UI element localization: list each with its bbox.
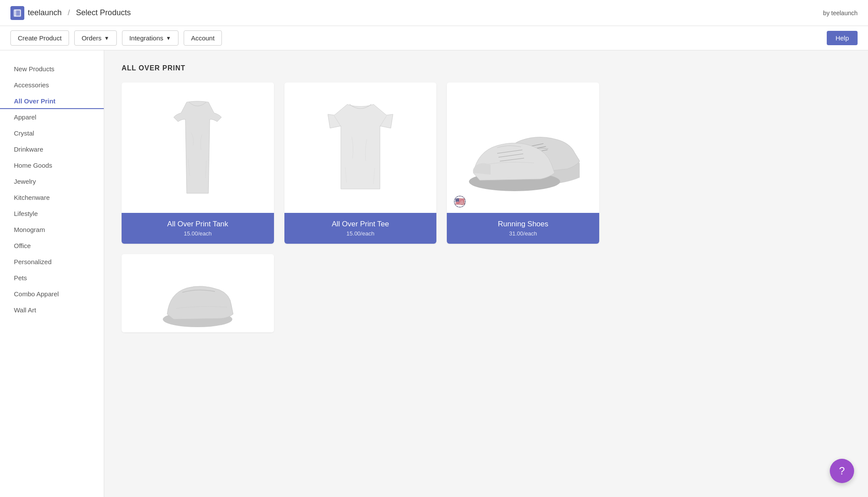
sidebar-item-accessories[interactable]: Accessories — [0, 77, 104, 93]
integrations-chevron-icon: ▼ — [166, 35, 171, 41]
help-nav-button[interactable]: Help — [827, 31, 858, 45]
logo-icon — [10, 6, 24, 20]
breadcrumb-separator: / — [68, 8, 70, 17]
product-grid: All Over Print Tank 15.00/each — [122, 83, 599, 332]
running-shoes-image — [467, 104, 580, 191]
sidebar-item-personalized[interactable]: Personalized — [0, 254, 104, 270]
orders-chevron-icon: ▼ — [104, 35, 109, 41]
help-fab-icon: ? — [839, 465, 845, 477]
product-info-shoes: Running Shoes 31.00/each — [447, 213, 599, 244]
product-name-shoes: Running Shoes — [454, 220, 592, 229]
sidebar-item-pets[interactable]: Pets — [0, 270, 104, 286]
sidebar-item-jewelry[interactable]: Jewelry — [0, 173, 104, 189]
product-card-shoes[interactable]: 🇺🇸 Running Shoes 31.00/each — [447, 83, 599, 244]
sidebar-item-new-products[interactable]: New Products — [0, 61, 104, 77]
product-image-tank — [122, 83, 274, 213]
product-image-shoes: 🇺🇸 — [447, 83, 599, 213]
sidebar-item-all-over-print[interactable]: All Over Print — [0, 93, 104, 109]
nav-bar: Create Product Orders ▼ Integrations ▼ A… — [0, 26, 868, 50]
page-title: Select Products — [76, 8, 131, 17]
sidebar-item-drinkware[interactable]: Drinkware — [0, 141, 104, 157]
sidebar-item-apparel[interactable]: Apparel — [0, 109, 104, 125]
sidebar-item-crystal[interactable]: Crystal — [0, 125, 104, 141]
product-image-tee — [284, 83, 437, 213]
product-name-tank: All Over Print Tank — [129, 220, 267, 229]
sidebar-item-combo-apparel[interactable]: Combo Apparel — [0, 286, 104, 302]
sidebar-item-home-goods[interactable]: Home Goods — [0, 157, 104, 173]
tee-shirt-image — [317, 98, 404, 198]
product-price-tank: 15.00/each — [129, 230, 267, 237]
header-left: teelaunch / Select Products — [10, 6, 131, 20]
product-card-tee[interactable]: All Over Print Tee 15.00/each — [284, 83, 437, 244]
by-label: by teelaunch — [823, 10, 858, 17]
sidebar-item-lifestyle[interactable]: Lifestyle — [0, 205, 104, 222]
content-area: ALL OVER PRINT — [104, 50, 868, 497]
usa-flag-badge: 🇺🇸 — [454, 195, 466, 208]
integrations-button[interactable]: Integrations ▼ — [122, 30, 178, 46]
product-info-tank: All Over Print Tank 15.00/each — [122, 213, 274, 244]
product-card-partial[interactable] — [122, 254, 274, 332]
main-layout: New Products Accessories All Over Print … — [0, 50, 868, 497]
product-card-tank[interactable]: All Over Print Tank 15.00/each — [122, 83, 274, 244]
orders-label: Orders — [82, 34, 102, 42]
help-fab-button[interactable]: ? — [830, 459, 854, 483]
product-price-shoes: 31.00/each — [454, 230, 592, 237]
orders-button[interactable]: Orders ▼ — [74, 30, 117, 46]
partial-shoe-image — [158, 258, 237, 328]
product-price-tee: 15.00/each — [291, 230, 430, 237]
sidebar: New Products Accessories All Over Print … — [0, 50, 104, 497]
product-info-tee: All Over Print Tee 15.00/each — [284, 213, 437, 244]
top-header: teelaunch / Select Products by teelaunch — [0, 0, 868, 26]
product-image-partial — [122, 254, 274, 332]
sidebar-item-office[interactable]: Office — [0, 238, 104, 254]
account-button[interactable]: Account — [184, 30, 222, 46]
section-title: ALL OVER PRINT — [122, 64, 851, 72]
sidebar-item-monogram[interactable]: Monogram — [0, 222, 104, 238]
brand-name: teelaunch — [28, 8, 62, 17]
create-product-button[interactable]: Create Product — [10, 30, 69, 46]
tank-top-image — [163, 98, 232, 198]
sidebar-item-kitchenware[interactable]: Kitchenware — [0, 189, 104, 205]
product-name-tee: All Over Print Tee — [291, 220, 430, 229]
sidebar-item-wall-art[interactable]: Wall Art — [0, 302, 104, 318]
integrations-label: Integrations — [129, 34, 163, 42]
